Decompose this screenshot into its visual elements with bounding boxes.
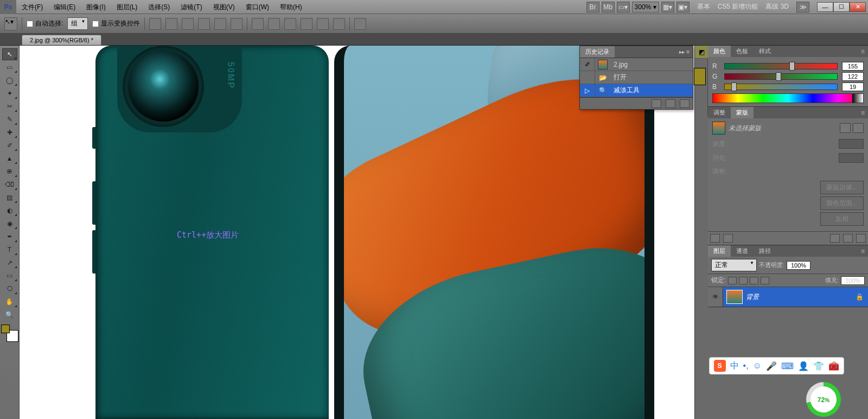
b-value[interactable]: 19	[842, 82, 864, 91]
menu-help[interactable]: 帮助(H)	[275, 0, 308, 14]
heal-tool[interactable]: ✚	[2, 126, 17, 138]
show-transform-check[interactable]: 显示变换控件	[92, 19, 140, 28]
auto-select-target[interactable]: 组	[67, 17, 88, 30]
pen-tool[interactable]: ✒	[2, 231, 17, 243]
distribute-icon[interactable]	[284, 18, 296, 30]
history-snapshot-button[interactable]	[652, 99, 661, 108]
history-delete-button[interactable]	[680, 99, 690, 108]
ime-skin-icon[interactable]: 👕	[813, 361, 824, 371]
document-tab[interactable]: 2.jpg @ 300%(RGB/8) *	[22, 35, 101, 45]
tab-color[interactable]: 颜色	[708, 46, 731, 57]
window-close-button[interactable]: ✕	[850, 2, 866, 12]
tab-paths[interactable]: 路径	[754, 245, 776, 257]
g-slider[interactable]	[724, 73, 838, 80]
path-select-tool[interactable]: ↗	[2, 257, 17, 269]
history-tab[interactable]: 历史记录	[580, 46, 615, 58]
distribute-icon[interactable]	[268, 18, 280, 30]
gradient-tool[interactable]: ▤	[2, 192, 17, 204]
ime-punct-icon[interactable]: •,	[743, 361, 749, 371]
menu-select[interactable]: 选择(S)	[143, 0, 175, 14]
ime-emoji-icon[interactable]: ☺	[753, 361, 762, 371]
lock-trans-icon[interactable]	[728, 277, 737, 284]
menu-file[interactable]: 文件(F)	[16, 0, 48, 14]
tab-swatches[interactable]: 色板	[731, 46, 754, 57]
blend-mode-select[interactable]: 正常	[711, 259, 757, 271]
menu-filter[interactable]: 滤镜(T)	[175, 0, 207, 14]
tab-layers[interactable]: 图层	[708, 245, 731, 257]
align-icon[interactable]	[231, 18, 242, 30]
opacity-value[interactable]: 100%	[787, 261, 810, 270]
ime-toolbar[interactable]: S 中 •, ☺ 🎤 ⌨ 👤 👕 🧰	[709, 357, 844, 374]
crop-tool[interactable]: ✂	[2, 100, 17, 112]
ime-keyboard-icon[interactable]: ⌨	[781, 361, 794, 371]
history-brush-tool[interactable]: ֍	[2, 166, 17, 177]
menu-layer[interactable]: 图层(L)	[111, 0, 143, 14]
hand-tool[interactable]: ✋	[2, 296, 17, 308]
history-new-button[interactable]	[666, 99, 675, 108]
mask-foot-icon[interactable]	[723, 234, 733, 243]
ime-user-icon[interactable]: 👤	[798, 361, 809, 371]
type-tool[interactable]: T	[2, 244, 17, 256]
workspace-3d[interactable]: 高级 3D	[765, 2, 789, 11]
spectrum-ramp[interactable]	[712, 93, 864, 103]
feather-value[interactable]	[839, 153, 864, 163]
panel-collapse-icon[interactable]: ▸▸ ≡	[676, 49, 693, 55]
panel-menu-icon[interactable]: ≡	[858, 247, 868, 255]
color-range-button[interactable]: 颜色范围...	[820, 196, 864, 210]
menu-window[interactable]: 窗口(W)	[240, 0, 275, 14]
add-vector-mask-button[interactable]	[853, 123, 864, 133]
screen-icon[interactable]: ▣▾	[676, 2, 690, 12]
stamp-tool[interactable]: ▲	[2, 153, 17, 164]
menu-edit[interactable]: 编辑(E)	[48, 0, 81, 14]
ime-toolbox-icon[interactable]: 🧰	[828, 361, 839, 371]
eyedropper-tool[interactable]: ✎	[2, 113, 17, 125]
lock-pos-icon[interactable]	[750, 277, 758, 284]
menu-image[interactable]: 图像(I)	[81, 0, 111, 14]
history-step-open[interactable]: 📂 打开	[580, 71, 693, 84]
tab-channels[interactable]: 通道	[731, 245, 754, 257]
align-icon[interactable]	[198, 18, 210, 30]
move-tool-preset-icon[interactable]: ↖▾	[4, 17, 17, 30]
collapsed-panel-icon[interactable]: ◩	[695, 46, 708, 59]
mask-foot-icon[interactable]	[856, 234, 866, 243]
distribute-icon[interactable]	[333, 18, 345, 30]
history-source-row[interactable]: ✐ 2.jpg	[580, 58, 693, 71]
lock-all-icon[interactable]	[761, 277, 769, 284]
arrange-icon[interactable]: ▦▾	[661, 2, 674, 12]
marquee-tool[interactable]: ▭	[2, 61, 17, 73]
lasso-tool[interactable]: ◯	[2, 74, 17, 86]
ime-voice-icon[interactable]: 🎤	[766, 361, 777, 371]
sogou-logo-icon[interactable]: S	[714, 360, 726, 372]
align-icon[interactable]	[182, 18, 194, 30]
minibridge-icon[interactable]: Mb	[602, 2, 615, 12]
tab-adjustments[interactable]: 调整	[708, 107, 731, 118]
align-icon[interactable]	[165, 18, 177, 30]
mask-foot-icon[interactable]	[843, 234, 853, 243]
align-icon[interactable]	[149, 18, 161, 30]
eraser-tool[interactable]: ⌫	[2, 179, 17, 191]
distribute-icon[interactable]	[317, 18, 329, 30]
shape-tool[interactable]: ▭	[2, 270, 17, 282]
panel-menu-icon[interactable]: ≡	[858, 48, 868, 55]
dodge-tool[interactable]: ◉	[2, 218, 17, 230]
menu-view[interactable]: 视图(V)	[208, 0, 240, 14]
r-slider[interactable]	[724, 63, 838, 69]
mask-foot-icon[interactable]	[710, 234, 720, 243]
window-min-button[interactable]: —	[817, 2, 833, 12]
zoom-tool[interactable]: 🔍	[2, 309, 17, 321]
invert-button[interactable]: 反相	[820, 212, 864, 226]
distribute-icon[interactable]	[301, 18, 312, 30]
auto-select-check[interactable]: 自动选择:	[27, 19, 63, 28]
screenmode-icon[interactable]: ▭▾	[617, 2, 630, 12]
window-max-button[interactable]: ☐	[833, 2, 850, 12]
add-pixel-mask-button[interactable]	[840, 123, 851, 133]
history-step-dodge[interactable]: ▷ 🔍 减淡工具	[580, 84, 693, 97]
tab-styles[interactable]: 样式	[754, 46, 776, 57]
move-tool[interactable]: ↖	[2, 48, 17, 60]
panel-menu-icon[interactable]: ≡	[858, 109, 868, 117]
auto-align-icon[interactable]	[354, 18, 366, 30]
align-icon[interactable]	[214, 18, 226, 30]
bridge-icon[interactable]: Br	[586, 2, 599, 12]
ime-lang[interactable]: 中	[730, 360, 739, 372]
zoom-select[interactable]: 300% ▾	[632, 2, 659, 12]
